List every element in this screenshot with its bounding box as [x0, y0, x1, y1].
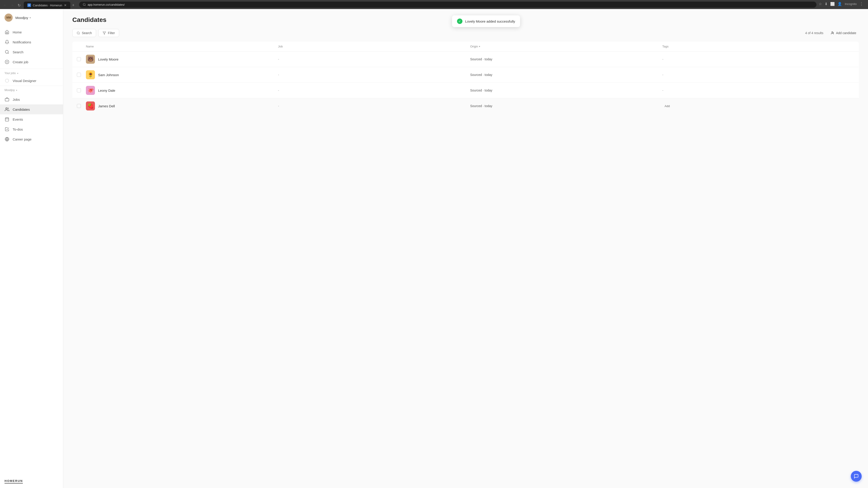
- filter-label: Filter: [108, 31, 115, 35]
- sidebar-item-career-page[interactable]: Career page: [0, 134, 63, 144]
- candidate-name: Sam Johnson: [98, 73, 119, 77]
- candidate-origin: Sourced · today: [470, 57, 662, 61]
- svg-rect-9: [5, 118, 9, 121]
- briefcase-icon: [4, 97, 9, 102]
- table-row[interactable]: 🐻 Lovely Moore - Sourced · today -: [72, 52, 859, 67]
- candidate-job: -: [278, 89, 470, 92]
- add-tag-button[interactable]: Add: [662, 103, 855, 109]
- sidebar-item-create-job[interactable]: Create job: [0, 57, 63, 67]
- toolbar: Search Filter 4 of 4 results Add candida…: [72, 29, 859, 37]
- homerun-logo: HOMERUN: [0, 475, 63, 488]
- user-name-dropdown[interactable]: Moodjoy ▾: [16, 16, 31, 20]
- svg-point-0: [83, 3, 85, 5]
- tab-close-button[interactable]: ✕: [64, 3, 67, 7]
- download-icon[interactable]: ⬇: [825, 2, 828, 6]
- incognito-label: Incognito: [845, 2, 857, 6]
- candidate-avatar: 🐙: [86, 86, 95, 95]
- svg-point-15: [77, 32, 79, 34]
- candidate-origin: Sourced · today: [470, 104, 662, 108]
- cast-icon[interactable]: ⬜: [830, 2, 835, 6]
- calendar-icon: [4, 117, 9, 122]
- nav-back[interactable]: ←: [2, 2, 8, 8]
- candidates-table: Name Job Origin ▾ Tags 🐻 Lovely Moore -: [72, 41, 859, 113]
- candidate-tags: -: [662, 73, 855, 76]
- chevron-down-icon: ▾: [16, 89, 17, 92]
- search-icon: [4, 50, 9, 55]
- results-count: 4 of 4 results: [805, 31, 823, 35]
- candidate-job: -: [278, 57, 470, 61]
- globe-icon: [4, 137, 9, 142]
- sidebar-item-todos[interactable]: To-dos: [0, 124, 63, 134]
- sidebar-item-create-job-label: Create job: [13, 60, 28, 64]
- nav-forward[interactable]: →: [9, 2, 16, 8]
- add-candidate-button[interactable]: Add candidate: [828, 29, 859, 37]
- user-avatar: MM: [4, 13, 13, 22]
- table-row[interactable]: 🍓 James Dell - Sourced · today Add: [72, 98, 859, 113]
- new-tab-button[interactable]: +: [70, 2, 76, 8]
- bookmark-icon[interactable]: ☆: [819, 2, 822, 6]
- sidebar-top-nav: Home Notifications Search Create job: [0, 25, 63, 69]
- candidate-name-cell: 🐻 Lovely Moore: [86, 55, 278, 64]
- candidate-job: -: [278, 73, 470, 76]
- filter-button[interactable]: Filter: [98, 29, 119, 37]
- candidate-name: Leony Dale: [98, 89, 115, 92]
- row-checkbox[interactable]: [77, 104, 81, 108]
- toolbar-left: Search Filter: [72, 29, 119, 37]
- sidebar-item-candidates[interactable]: Candidates: [0, 104, 63, 114]
- svg-point-18: [832, 32, 833, 33]
- candidate-name-cell: 🍓 James Dell: [86, 101, 278, 110]
- sidebar-item-career-page-label: Career page: [13, 137, 31, 141]
- sidebar-item-notifications[interactable]: Notifications: [0, 37, 63, 47]
- success-message: Lovely Moore added successfully: [465, 20, 515, 23]
- table-row[interactable]: 🌻 Sam Johnson - Sourced · today -: [72, 67, 859, 83]
- table-header: Name Job Origin ▾ Tags: [72, 41, 859, 52]
- sidebar-item-jobs[interactable]: Jobs: [0, 94, 63, 104]
- your-jobs-section[interactable]: Your jobs ▾: [0, 69, 63, 76]
- users-icon: [4, 107, 9, 112]
- search-label: Search: [82, 31, 92, 35]
- address-bar[interactable]: app.homerun.co/candidates/: [79, 2, 817, 8]
- table-row[interactable]: 🐙 Leony Dale - Sourced · today -: [72, 83, 859, 98]
- candidate-origin: Sourced · today: [470, 73, 662, 76]
- tab-title: Candidates · Homerun: [33, 4, 62, 7]
- col-header-job: Job: [278, 45, 470, 48]
- sidebar-header: MM Moodjoy ▾: [0, 9, 63, 25]
- sidebar-item-candidates-label: Candidates: [13, 107, 30, 111]
- col-header-origin[interactable]: Origin ▾: [470, 45, 662, 48]
- chevron-down-icon: ▾: [17, 72, 18, 74]
- row-checkbox[interactable]: [77, 57, 81, 61]
- nav-refresh[interactable]: ↻: [16, 2, 22, 8]
- candidate-name: James Dell: [98, 104, 115, 108]
- sidebar-item-visual-designer-label: Visual Designer: [13, 79, 36, 83]
- candidate-avatar: 🍓: [86, 101, 95, 110]
- browser-tab-candidates[interactable]: H Candidates · Homerun ✕: [24, 2, 70, 9]
- sidebar-item-search[interactable]: Search: [0, 47, 63, 57]
- sort-icon: ▾: [479, 45, 480, 48]
- profile-icon[interactable]: 👤: [837, 2, 842, 6]
- home-icon: [4, 30, 9, 35]
- candidate-name-cell: 🐙 Leony Dale: [86, 86, 278, 95]
- sidebar-item-visual-designer[interactable]: Visual Designer: [0, 76, 63, 86]
- success-check-icon: ✓: [457, 19, 463, 24]
- plus-circle-icon: [4, 59, 9, 64]
- chat-button[interactable]: [851, 471, 862, 482]
- browser-tab-bar: ← → ↻ H Candidates · Homerun ✕ + app.hom…: [0, 0, 868, 9]
- check-square-icon: [4, 127, 9, 132]
- sidebar-item-home-label: Home: [13, 30, 22, 34]
- moodjoy-section[interactable]: Moodjoy ▾: [0, 86, 63, 93]
- sidebar: MM Moodjoy ▾ Home Notifications: [0, 9, 63, 488]
- sidebar-item-home[interactable]: Home: [0, 27, 63, 37]
- row-checkbox[interactable]: [77, 73, 81, 77]
- ring-icon: [4, 78, 9, 83]
- sidebar-item-events[interactable]: Events: [0, 114, 63, 124]
- col-header-name: Name: [86, 45, 278, 48]
- menu-icon[interactable]: ⋮: [860, 1, 864, 6]
- candidate-name-cell: 🌻 Sam Johnson: [86, 70, 278, 79]
- sidebar-bottom-nav: Jobs Candidates Events To-dos: [0, 93, 63, 146]
- candidate-tags: -: [662, 89, 855, 92]
- search-button[interactable]: Search: [72, 29, 96, 37]
- candidate-name: Lovely Moore: [98, 57, 119, 61]
- add-candidate-label: Add candidate: [836, 31, 856, 35]
- row-checkbox[interactable]: [77, 88, 81, 92]
- svg-marker-17: [103, 32, 106, 34]
